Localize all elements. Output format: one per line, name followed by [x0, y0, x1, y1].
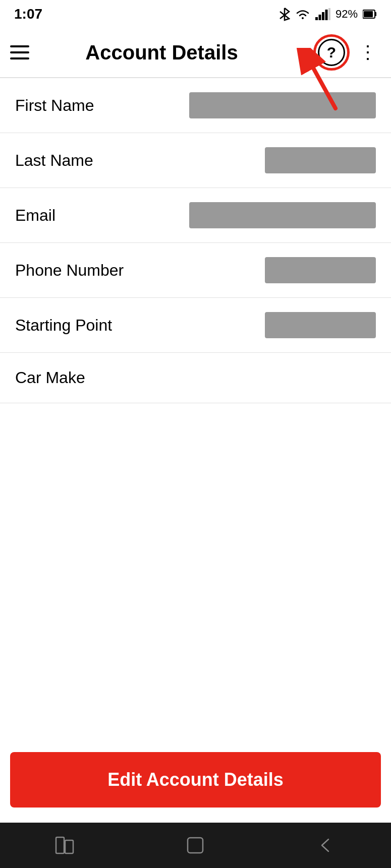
phone-number-row[interactable]: Phone Number [0, 243, 391, 298]
status-icons: 92% [279, 7, 377, 21]
phone-number-label: Phone Number [15, 261, 124, 280]
nav-home-button[interactable] [185, 835, 205, 855]
nav-recent-apps-button[interactable] [55, 836, 75, 854]
edit-account-details-button[interactable]: Edit Account Details [10, 752, 381, 808]
battery-icon [363, 9, 377, 19]
svg-rect-12 [56, 837, 64, 853]
svg-rect-4 [322, 12, 324, 20]
svg-rect-5 [325, 10, 327, 20]
spacer [0, 410, 391, 742]
header-actions: ? ⋮ [313, 34, 381, 71]
nav-back-button[interactable] [316, 835, 336, 855]
help-question-mark: ? [327, 44, 336, 61]
starting-point-row[interactable]: Starting Point [0, 298, 391, 353]
last-name-value [265, 147, 376, 173]
starting-point-label: Starting Point [15, 316, 112, 335]
more-options-button[interactable]: ⋮ [355, 42, 381, 63]
svg-rect-6 [328, 8, 330, 20]
status-time: 1:07 [14, 6, 42, 22]
last-name-label: Last Name [15, 151, 93, 170]
svg-line-0 [280, 12, 285, 15]
bottom-button-container: Edit Account Details [0, 742, 391, 823]
app-header: Account Details ? ⋮ [0, 28, 391, 78]
phone-number-value [265, 257, 376, 283]
starting-point-value [265, 312, 376, 338]
email-label: Email [15, 206, 55, 225]
nav-bar [0, 823, 391, 868]
car-make-label: Car Make [15, 368, 85, 387]
svg-line-1 [280, 15, 285, 19]
status-bar: 1:07 92% [0, 0, 391, 28]
svg-rect-8 [375, 12, 376, 16]
first-name-value [189, 92, 376, 118]
first-name-label: First Name [15, 96, 94, 115]
svg-rect-2 [315, 17, 318, 20]
help-button-inner: ? [318, 39, 345, 66]
car-make-row[interactable]: Car Make [0, 353, 391, 403]
svg-rect-14 [188, 838, 203, 853]
car-model-row[interactable]: Car Model [0, 403, 391, 410]
first-name-row[interactable]: First Name [0, 78, 391, 133]
page-title: Account Details [10, 41, 313, 64]
wifi-icon [295, 8, 310, 20]
help-button[interactable]: ? [313, 34, 350, 71]
bluetooth-icon [279, 7, 290, 21]
battery-percentage: 92% [336, 8, 358, 21]
form-container: First Name Last Name Email Phone Number … [0, 78, 391, 410]
email-row[interactable]: Email [0, 188, 391, 243]
email-value [189, 202, 376, 228]
svg-rect-3 [318, 15, 321, 20]
last-name-row[interactable]: Last Name [0, 133, 391, 188]
svg-rect-13 [65, 840, 73, 853]
signal-icon [315, 8, 330, 20]
svg-rect-9 [364, 11, 373, 17]
